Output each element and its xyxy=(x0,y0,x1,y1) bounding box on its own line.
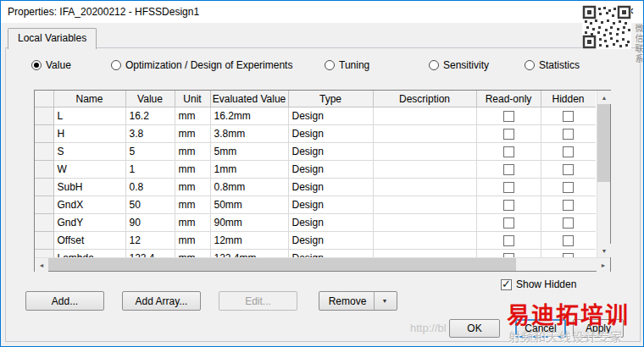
radio-tuning[interactable]: Tuning xyxy=(325,59,369,71)
column-header-hidden[interactable]: Hidden xyxy=(541,91,596,107)
description-cell[interactable] xyxy=(373,125,476,143)
name-cell[interactable]: Lambda xyxy=(53,250,125,258)
readonly-checkbox[interactable] xyxy=(503,182,514,193)
scroll-up-icon[interactable]: ▲ xyxy=(597,91,611,104)
type-cell[interactable]: Design xyxy=(288,143,373,161)
horizontal-scroll-thumb[interactable] xyxy=(48,258,516,271)
radio-value[interactable]: Value xyxy=(31,59,71,71)
scroll-left-icon[interactable]: ◄ xyxy=(35,258,48,272)
radio-optimization[interactable]: Optimization / Design of Experiments xyxy=(111,59,292,71)
value-cell[interactable]: 0.8 xyxy=(125,179,175,196)
hidden-checkbox[interactable] xyxy=(563,235,574,246)
description-cell[interactable] xyxy=(373,250,476,258)
readonly-checkbox[interactable] xyxy=(503,235,514,246)
description-cell[interactable] xyxy=(373,161,476,179)
row-selector[interactable] xyxy=(35,179,53,196)
scroll-down-icon[interactable]: ▼ xyxy=(597,244,611,257)
value-cell[interactable]: 50 xyxy=(125,196,175,214)
remove-button[interactable]: Remove ▼ xyxy=(319,291,397,311)
readonly-checkbox[interactable] xyxy=(503,164,514,175)
tab-local-variables[interactable]: Local Variables xyxy=(8,28,97,49)
evaluated-cell[interactable]: 0.8mm xyxy=(210,179,288,196)
name-cell[interactable]: SubH xyxy=(53,179,125,196)
value-cell[interactable]: 12 xyxy=(125,232,175,250)
description-cell[interactable] xyxy=(373,214,476,232)
evaluated-cell[interactable]: 1mm xyxy=(210,161,288,179)
description-cell[interactable] xyxy=(373,143,476,161)
type-cell[interactable]: Design xyxy=(288,196,373,214)
row-selector[interactable] xyxy=(35,232,53,250)
description-cell[interactable] xyxy=(373,107,476,125)
type-cell[interactable]: Design xyxy=(288,232,373,250)
unit-cell[interactable]: mm xyxy=(175,143,210,161)
unit-cell[interactable]: mm xyxy=(175,179,210,196)
row-selector[interactable] xyxy=(35,125,53,143)
row-selector[interactable] xyxy=(35,143,53,161)
column-header-type[interactable]: Type xyxy=(288,91,373,107)
unit-cell[interactable]: mm xyxy=(175,196,210,214)
hidden-checkbox[interactable] xyxy=(563,182,574,193)
title-bar[interactable]: Properties: IFA_20200212 - HFSSDesign1 × xyxy=(1,1,643,23)
name-cell[interactable]: L xyxy=(53,107,125,125)
unit-cell[interactable]: mm xyxy=(175,161,210,179)
horizontal-scrollbar[interactable]: ◄ ► xyxy=(35,257,610,271)
name-cell[interactable]: H xyxy=(53,125,125,143)
value-cell[interactable]: 16.2 xyxy=(125,107,175,125)
name-cell[interactable]: GndX xyxy=(53,196,125,214)
readonly-checkbox[interactable] xyxy=(503,200,514,211)
edit-button[interactable]: Edit... xyxy=(219,291,297,311)
hidden-checkbox[interactable] xyxy=(563,111,574,122)
unit-cell[interactable]: mm xyxy=(175,125,210,143)
description-cell[interactable] xyxy=(373,232,476,250)
hidden-checkbox[interactable] xyxy=(563,200,574,211)
unit-cell[interactable]: mm xyxy=(175,250,210,258)
evaluated-cell[interactable]: 16.2mm xyxy=(210,107,288,125)
evaluated-cell[interactable]: 12mm xyxy=(210,232,288,250)
evaluated-cell[interactable]: 50mm xyxy=(210,196,288,214)
readonly-checkbox[interactable] xyxy=(503,129,514,140)
name-cell[interactable]: GndY xyxy=(53,214,125,232)
show-hidden-checkbox[interactable] xyxy=(501,279,512,290)
row-selector[interactable] xyxy=(35,196,53,214)
name-cell[interactable]: W xyxy=(53,161,125,179)
readonly-checkbox[interactable] xyxy=(503,218,514,229)
evaluated-cell[interactable]: 3.8mm xyxy=(210,125,288,143)
radio-sensitivity[interactable]: Sensitivity xyxy=(429,59,489,71)
hidden-checkbox[interactable] xyxy=(563,129,574,140)
description-cell[interactable] xyxy=(373,196,476,214)
column-header-description[interactable]: Description xyxy=(373,91,476,107)
column-header-name[interactable]: Name xyxy=(53,91,125,107)
column-header-value[interactable]: Value xyxy=(125,91,175,107)
column-header-unit[interactable]: Unit xyxy=(175,91,210,107)
hidden-checkbox[interactable] xyxy=(563,164,574,175)
type-cell[interactable]: Design xyxy=(288,107,373,125)
value-cell[interactable]: 1 xyxy=(125,161,175,179)
scroll-right-icon[interactable]: ► xyxy=(597,258,610,272)
description-cell[interactable] xyxy=(373,179,476,196)
add-button[interactable]: Add... xyxy=(25,291,104,311)
unit-cell[interactable]: mm xyxy=(175,232,210,250)
show-hidden-toggle[interactable]: Show Hidden xyxy=(501,278,576,290)
evaluated-cell[interactable]: 5mm xyxy=(210,143,288,161)
hidden-checkbox[interactable] xyxy=(563,146,574,157)
row-selector[interactable] xyxy=(35,161,53,179)
name-cell[interactable]: Offset xyxy=(53,232,125,250)
add-array-button[interactable]: Add Array... xyxy=(122,291,201,311)
vertical-scroll-thumb[interactable] xyxy=(597,104,610,182)
hidden-checkbox[interactable] xyxy=(563,218,574,229)
radio-statistics[interactable]: Statistics xyxy=(525,59,580,71)
dropdown-arrow-icon[interactable]: ▼ xyxy=(374,292,387,310)
evaluated-cell[interactable]: 90mm xyxy=(210,214,288,232)
column-header-evaluated-value[interactable]: Evaluated Value xyxy=(210,91,288,107)
row-selector[interactable] xyxy=(35,214,53,232)
value-cell[interactable]: 5 xyxy=(125,143,175,161)
vertical-scrollbar[interactable]: ▲ ▼ xyxy=(597,91,610,257)
type-cell[interactable]: Design xyxy=(288,125,373,143)
type-cell[interactable]: Design xyxy=(288,161,373,179)
type-cell[interactable]: Design xyxy=(288,250,373,258)
ok-button[interactable]: OK xyxy=(449,319,500,338)
row-selector[interactable] xyxy=(35,107,53,125)
unit-cell[interactable]: mm xyxy=(175,107,210,125)
name-cell[interactable]: S xyxy=(53,143,125,161)
unit-cell[interactable]: mm xyxy=(175,214,210,232)
